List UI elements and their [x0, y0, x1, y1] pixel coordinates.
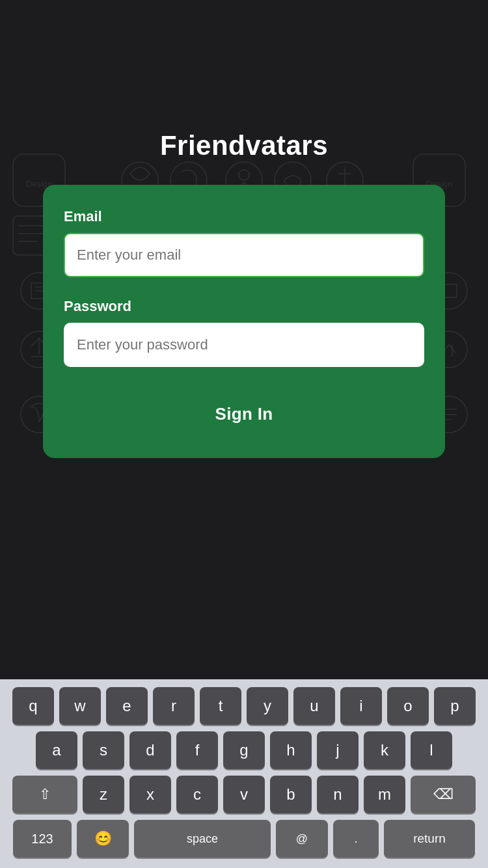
key-j[interactable]: j: [317, 731, 359, 769]
backspace-key[interactable]: ⌫: [411, 776, 476, 813]
key-p[interactable]: p: [434, 687, 476, 725]
key-v[interactable]: v: [223, 776, 265, 813]
key-m[interactable]: m: [364, 776, 405, 813]
key-i[interactable]: i: [340, 687, 382, 725]
dot-key[interactable]: .: [333, 820, 379, 858]
key-g[interactable]: g: [223, 731, 265, 769]
key-z[interactable]: z: [83, 776, 124, 813]
email-field-group: Email: [64, 208, 424, 295]
key-o[interactable]: o: [387, 687, 429, 725]
app-title: Friendvatars: [160, 130, 328, 161]
keyboard-row-1: q w e r t y u i o p: [3, 687, 485, 725]
key-u[interactable]: u: [293, 687, 335, 725]
key-d[interactable]: d: [129, 731, 171, 769]
password-input[interactable]: [64, 323, 424, 367]
key-a[interactable]: a: [36, 731, 77, 769]
login-card: Email Password Sign In: [43, 185, 445, 458]
key-t[interactable]: t: [200, 687, 241, 725]
key-k[interactable]: k: [364, 731, 405, 769]
keyboard-row-3: ⇧ z x c v b n m ⌫: [3, 776, 485, 813]
key-r[interactable]: r: [153, 687, 195, 725]
key-l[interactable]: l: [411, 731, 452, 769]
password-label: Password: [64, 298, 424, 315]
shift-key[interactable]: ⇧: [12, 776, 77, 813]
key-h[interactable]: h: [270, 731, 312, 769]
return-key[interactable]: return: [384, 820, 475, 858]
keyboard-row-2: a s d f g h j k l: [3, 731, 485, 769]
space-key[interactable]: space: [134, 820, 271, 858]
sign-in-button[interactable]: Sign In: [64, 393, 424, 435]
key-c[interactable]: c: [176, 776, 218, 813]
key-y[interactable]: y: [247, 687, 288, 725]
key-x[interactable]: x: [129, 776, 171, 813]
keyboard: q w e r t y u i o p a s d f g h j k l ⇧ …: [0, 679, 488, 868]
at-key[interactable]: @: [276, 820, 328, 858]
key-s[interactable]: s: [83, 731, 124, 769]
key-b[interactable]: b: [270, 776, 312, 813]
key-w[interactable]: w: [59, 687, 101, 725]
numbers-key[interactable]: 123: [13, 820, 72, 858]
key-q[interactable]: q: [12, 687, 54, 725]
email-label: Email: [64, 208, 424, 225]
email-input[interactable]: [64, 233, 424, 277]
key-f[interactable]: f: [176, 731, 218, 769]
main-content: Friendvatars Email Password Sign In: [0, 0, 488, 458]
emoji-key[interactable]: 😊: [77, 820, 129, 858]
shift-icon: ⇧: [39, 786, 51, 803]
key-e[interactable]: e: [106, 687, 148, 725]
keyboard-row-4: 123 😊 space @ . return: [3, 820, 485, 858]
password-field-group: Password: [64, 298, 424, 385]
key-n[interactable]: n: [317, 776, 359, 813]
backspace-icon: ⌫: [433, 786, 454, 803]
